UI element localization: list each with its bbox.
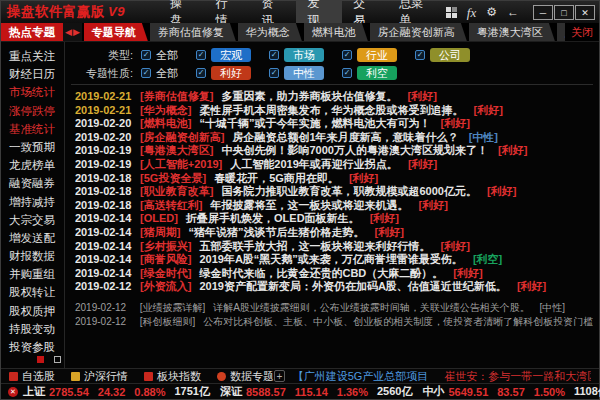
- index-name: 中小: [422, 384, 444, 399]
- filter-option-label[interactable]: 行业: [357, 48, 397, 62]
- checkbox-icon[interactable]: ✓: [196, 50, 206, 60]
- formula-fx-icon[interactable]: fx: [467, 6, 476, 19]
- topic-tab[interactable]: 华为概念: [238, 23, 302, 41]
- sidebar-item[interactable]: 一致预期: [1, 138, 64, 156]
- sidebar-item[interactable]: 投资参股: [1, 338, 64, 356]
- topic-tabbar: 热点专题 ◀ ▶ 专题导航 券商估值修复 华为概念 燃料电池 房企融资创新高 粤…: [1, 23, 599, 42]
- page-dot-active[interactable]: [37, 356, 44, 363]
- topic-tab[interactable]: 券商估值修复: [150, 23, 236, 41]
- filter-option[interactable]: ✓ 全部: [141, 48, 178, 62]
- filter-option-label[interactable]: 宏观: [211, 48, 251, 62]
- checkbox-icon[interactable]: ✓: [141, 50, 151, 60]
- page-dot[interactable]: [54, 356, 61, 363]
- news-item[interactable]: 2019-02-12 [外资流入] 2019资产配置新变局：外资仍在加码A股、估…: [75, 280, 593, 294]
- topic-tab[interactable]: 粤港澳大湾区: [469, 23, 555, 41]
- sidebar-item[interactable]: 增发送配: [1, 229, 64, 247]
- checkbox-icon[interactable]: ✓: [269, 50, 279, 60]
- news-item[interactable]: 2019-02-19 [人工智能+2019] 人工智能2019年或再迎行业拐点。…: [75, 158, 593, 172]
- topic-tab[interactable]: 房企融资创新高: [370, 23, 467, 41]
- filter-option-label[interactable]: 全部: [156, 66, 178, 80]
- news-item[interactable]: 2019-02-20 [燃料电池] “十城千辆”或于今年实施，燃料电池大有可为！…: [75, 117, 593, 131]
- sidebar-item[interactable]: 基准统计: [1, 120, 64, 138]
- back-arrow-icon[interactable]: ←: [507, 6, 519, 18]
- filter-option[interactable]: ✓ 宏观: [196, 48, 251, 62]
- sidebar-item[interactable]: 融资融券: [1, 174, 64, 192]
- news-headline: 中央创先例！影响7000万人的粤港澳大湾区规划来了！: [221, 144, 487, 156]
- news-headline: 多重因素，助力券商板块估值修复。: [221, 90, 397, 102]
- gear-icon[interactable]: ⚙: [486, 6, 497, 18]
- filter-option[interactable]: ✓ 行业: [342, 48, 397, 62]
- filter-option-label[interactable]: 全部: [156, 48, 178, 62]
- news-item[interactable]: 2019-02-14 [商誉风险] 2019年A股“黑天鹅”或来袭，万亿商誉埋雷…: [75, 253, 593, 267]
- news-item[interactable]: 2019-02-18 [5G投资全景] 春暖花开，5G商用在即。 [利好]: [75, 172, 593, 186]
- news-item[interactable]: 2019-02-18 [高送转红利] 年报披露将至，这一板块或将迎来机遇。 [利…: [75, 199, 593, 213]
- index-quote[interactable]: 深证 8588.57 115.14 1.36% 2560亿: [220, 384, 413, 399]
- news-item[interactable]: 2019-02-20 [房企融资创新高] 房企融资总额创1年来月度新高，意味着什…: [75, 131, 593, 145]
- filter-option[interactable]: ✓ 利好: [196, 66, 251, 80]
- checkbox-icon[interactable]: ✓: [415, 50, 425, 60]
- sidebar-item[interactable]: 大宗交易: [1, 211, 64, 229]
- filter-option[interactable]: ✓ 中性: [269, 66, 324, 80]
- close-button[interactable]: ✕: [575, 5, 595, 20]
- news-item[interactable]: 2019-02-12 [业绩披露详解] 详解A股业绩披露细则，公布业绩披露时间轴…: [75, 301, 593, 315]
- filter-option-label[interactable]: 中性: [284, 66, 324, 80]
- sidebar-item[interactable]: 市场统计: [1, 83, 64, 101]
- news-sentiment-tag: [利好]: [474, 104, 503, 116]
- news-item[interactable]: 2019-02-14 [绿金时代] 绿金时代来临，比黄金还贵的CBD（大麻二酚）…: [75, 267, 593, 281]
- news-item[interactable]: 2019-02-14 [乡村振兴] 五部委联手放大招，这一板块将迎来利好行情。 …: [75, 240, 593, 254]
- news-item[interactable]: 2019-02-18 [职业教育改革] 国务院力推职业教育改革，职教规模或超60…: [75, 185, 593, 199]
- sidebar-item[interactable]: 财报数据: [1, 247, 64, 265]
- checkbox-icon[interactable]: ✓: [141, 68, 151, 78]
- news-item[interactable]: 2019-02-21 [华为概念] 柔性屏手机本周密集发布，华为概念股或将受到追…: [75, 104, 593, 118]
- topic-tab[interactable]: 专题导航: [84, 23, 148, 41]
- sidebar-item[interactable]: 重点关注: [1, 47, 64, 65]
- toolbar-item-label: 自选股: [22, 369, 55, 384]
- filter-option-label[interactable]: 利空: [357, 66, 397, 80]
- sidebar-item[interactable]: 财经日历: [1, 65, 64, 83]
- filter-option[interactable]: ✓ 市场: [269, 48, 324, 62]
- maximize-button[interactable]: □: [554, 5, 574, 20]
- news-ticker-blue[interactable]: 【广州建设5G产业总部项目: [293, 369, 429, 384]
- sidebar-item[interactable]: 涨停跌停: [1, 102, 64, 120]
- news-item[interactable]: 2019-02-19 [粤港澳大湾区] 中央创先例！影响7000万人的粤港澳大湾…: [75, 144, 593, 158]
- layout-grid-icon[interactable]: [446, 7, 457, 18]
- filter-option[interactable]: ✓ 全部: [141, 66, 178, 80]
- index-quote[interactable]: 上证 2785.54 24.32 0.88% 1751亿: [23, 384, 210, 399]
- news-topic-tag: [OLED]: [140, 212, 178, 224]
- sidebar-item[interactable]: 并购重组: [1, 265, 64, 283]
- index-quote[interactable]: 中小 5649.51 83.57 1.50% 1108亿: [422, 384, 600, 399]
- filter-option[interactable]: ✓ 公司: [415, 48, 470, 62]
- prev-arrow-icon[interactable]: ◀: [65, 28, 72, 37]
- minimize-button[interactable]: ─: [533, 5, 553, 20]
- toolbar-item[interactable]: 自选股: [9, 369, 55, 384]
- index-volume: 1108亿: [574, 384, 600, 399]
- toolbar-item[interactable]: 数据专题: [217, 369, 274, 384]
- sidebar-item[interactable]: 股权质押: [1, 302, 64, 320]
- checkbox-icon[interactable]: ✓: [342, 68, 352, 78]
- news-item[interactable]: 2019-02-12 [科创板细则] 公布对比科创板、主板、中小板、创业板的相关…: [75, 315, 593, 329]
- add-panel-button[interactable]: +: [274, 370, 285, 382]
- checkbox-icon[interactable]: ✓: [196, 68, 206, 78]
- close-tab-button[interactable]: 关闭: [565, 23, 599, 41]
- next-arrow-icon[interactable]: ▶: [73, 28, 80, 37]
- hot-topics-label[interactable]: 热点专题: [1, 23, 63, 41]
- sidebar-item[interactable]: 股权转让: [1, 283, 64, 301]
- toolbar-item[interactable]: 板块指数: [144, 369, 201, 384]
- news-item[interactable]: 2019-02-21 [券商估值修复] 多重因素，助力券商板块估值修复。 [利好…: [75, 90, 593, 104]
- filter-option-label[interactable]: 利好: [211, 66, 251, 80]
- topic-tab[interactable]: 人工智能+2019: [557, 23, 565, 41]
- topic-tab[interactable]: 燃料电池: [304, 23, 368, 41]
- filter-option[interactable]: ✓ 利空: [342, 66, 397, 80]
- filter-option-label[interactable]: 市场: [284, 48, 324, 62]
- stop-icon[interactable]: ✕: [8, 387, 18, 397]
- news-item[interactable]: 2019-02-14 [OLED] 折叠屏手机焕发，OLED面板新生。 [利好]: [75, 212, 593, 226]
- sidebar-item[interactable]: 龙虎榜单: [1, 156, 64, 174]
- checkbox-icon[interactable]: ✓: [342, 50, 352, 60]
- sidebar-item[interactable]: 增持减持: [1, 193, 64, 211]
- news-ticker-red[interactable]: 崔世安：参与一带一路和大湾区可使澳: [444, 369, 591, 384]
- sidebar-item[interactable]: 持股变动: [1, 320, 64, 338]
- toolbar-item[interactable]: 沪深行情: [71, 369, 128, 384]
- checkbox-icon[interactable]: ✓: [269, 68, 279, 78]
- filter-option-label[interactable]: 公司: [430, 48, 470, 62]
- news-item[interactable]: 2019-02-14 [猪周期] “猪年说猪”浅谈节后生猪价格走势。 [利好]: [75, 226, 593, 240]
